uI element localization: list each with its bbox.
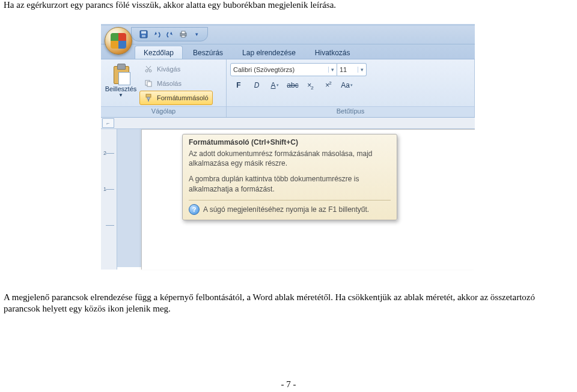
- help-icon: ?: [189, 204, 200, 215]
- paste-label: Beillesztés: [105, 85, 137, 92]
- page-number: - 7 -: [0, 379, 577, 390]
- tab-hivatkozas[interactable]: Hivatkozás: [306, 46, 359, 59]
- scissors-icon: [144, 64, 153, 74]
- svg-rect-9: [147, 82, 151, 86]
- vertical-ruler: 2 1: [101, 129, 117, 270]
- chevron-down-icon: ▾: [276, 83, 279, 88]
- paste-button[interactable]: Beillesztés ▼: [105, 62, 137, 100]
- copy-icon: [144, 79, 153, 88]
- tooltip-title: Formátummásoló (Ctrl+Shift+C): [189, 138, 391, 146]
- svg-rect-5: [182, 35, 185, 37]
- change-case-button[interactable]: Aa▾: [338, 79, 355, 92]
- word-screenshot: ▾ Kezdőlap Beszúrás Lap elrendezése Hiva…: [101, 24, 475, 267]
- format-painter-icon: [144, 93, 153, 103]
- group-title-clipboard: Vágólap: [101, 106, 226, 117]
- tooltip-text-1: Az adott dokumentumrész formázásának más…: [189, 149, 391, 168]
- paste-dropdown-icon[interactable]: ▼: [118, 92, 123, 98]
- redo-icon[interactable]: [165, 29, 175, 39]
- print-icon[interactable]: [179, 29, 188, 39]
- ribbon: Beillesztés ▼ Kivágás Másolás: [101, 59, 475, 118]
- svg-rect-12: [148, 99, 149, 101]
- italic-button[interactable]: D: [248, 79, 265, 92]
- subscript-button[interactable]: ×2: [302, 79, 319, 92]
- tooltip-text-2: A gombra duplán kattintva több dokumentu…: [189, 174, 391, 193]
- font-name-combo[interactable]: Calibri (Szövegtörzs) ▾: [230, 63, 337, 76]
- tooltip: Formátummásoló (Ctrl+Shift+C) Az adott d…: [182, 134, 397, 220]
- group-title-font: Betűtípus: [227, 106, 474, 117]
- cut-label: Kivágás: [157, 65, 180, 73]
- font-size-combo[interactable]: 11 ▾: [337, 63, 367, 76]
- underline-button[interactable]: A▾: [266, 79, 283, 92]
- tooltip-help-text: A súgó megjelenítéséhez nyomja le az F1 …: [203, 205, 369, 214]
- office-logo-icon: [111, 33, 126, 49]
- quick-access-toolbar: ▾: [131, 27, 208, 41]
- copy-label: Másolás: [157, 80, 182, 87]
- svg-rect-4: [182, 31, 185, 34]
- font-name-value: Calibri (Szövegtörzs): [233, 66, 295, 73]
- svg-rect-10: [146, 94, 151, 97]
- chevron-down-icon: ▾: [350, 83, 353, 88]
- tab-kezdolap[interactable]: Kezdőlap: [135, 46, 183, 59]
- chevron-down-icon[interactable]: ▾: [358, 67, 364, 73]
- format-painter-button[interactable]: Formátummásoló: [139, 91, 213, 105]
- body-paragraph-1: Ha az egérkurzort egy parancs fölé vissz…: [4, 0, 336, 10]
- tab-selector-button[interactable]: ⌐: [102, 118, 114, 128]
- bold-button[interactable]: F: [230, 79, 247, 92]
- group-font: Calibri (Szövegtörzs) ▾ 11 ▾ F D A▾ abc …: [227, 59, 475, 117]
- svg-rect-1: [141, 31, 146, 34]
- body-paragraph-2: A megjelenő parancsok elrendezése függ a…: [4, 292, 569, 315]
- ruler-mark: 2: [103, 150, 106, 156]
- ribbon-tabs: Kezdőlap Beszúrás Lap elrendezése Hivatk…: [101, 44, 475, 59]
- chevron-down-icon[interactable]: ▾: [328, 67, 334, 73]
- title-bar: ▾: [101, 26, 475, 44]
- superscript-button[interactable]: ×2: [320, 79, 337, 92]
- group-clipboard: Beillesztés ▼ Kivágás Másolás: [101, 59, 227, 117]
- ruler-mark: 1: [103, 186, 106, 192]
- svg-rect-2: [142, 35, 145, 37]
- tab-lap-elrendezese[interactable]: Lap elrendezése: [233, 46, 305, 59]
- undo-icon[interactable]: [152, 29, 162, 39]
- paste-icon: [111, 64, 130, 84]
- tab-beszuras[interactable]: Beszúrás: [184, 46, 232, 59]
- strikethrough-button[interactable]: abc: [284, 79, 301, 92]
- office-button[interactable]: [105, 27, 132, 55]
- cut-button[interactable]: Kivágás: [139, 62, 213, 76]
- copy-button[interactable]: Másolás: [139, 76, 213, 91]
- svg-rect-11: [147, 97, 150, 99]
- qat-more-icon[interactable]: ▾: [192, 29, 201, 39]
- save-icon[interactable]: [139, 29, 148, 39]
- font-size-value: 11: [340, 66, 347, 73]
- format-painter-label: Formátummásoló: [157, 94, 209, 101]
- horizontal-ruler: ⌐: [101, 118, 475, 129]
